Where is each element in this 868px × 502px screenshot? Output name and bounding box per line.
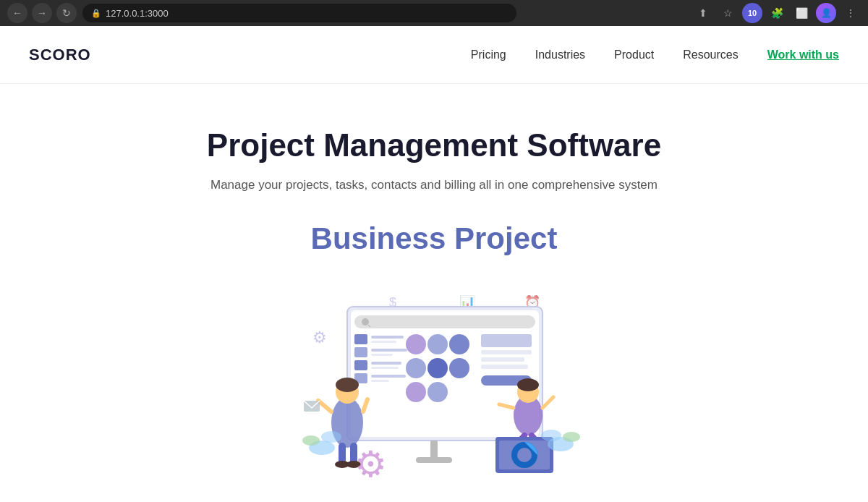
svg-point-7 — [362, 318, 369, 326]
svg-point-55 — [517, 448, 532, 462]
profile-badge[interactable]: 10 — [742, 3, 762, 23]
resources-link[interactable]: Resources — [683, 48, 738, 61]
illustration-heading: Business Project — [282, 221, 586, 256]
nav-item-work-with-us[interactable]: Work with us — [767, 48, 839, 61]
refresh-icon: ↻ — [62, 7, 71, 19]
svg-rect-6 — [354, 315, 535, 328]
url-text: 127.0.0.1:3000 — [106, 8, 169, 19]
svg-point-24 — [406, 358, 426, 378]
svg-rect-15 — [354, 360, 367, 370]
back-icon: ← — [12, 7, 22, 19]
svg-rect-13 — [371, 349, 407, 352]
extensions-button[interactable]: 🧩 — [767, 3, 787, 23]
svg-point-27 — [406, 382, 426, 402]
nav-item-resources[interactable]: Resources — [683, 48, 738, 61]
product-link[interactable]: Product — [614, 48, 654, 61]
main-content: Project Management Software Manage your … — [0, 84, 868, 490]
svg-rect-34 — [430, 441, 438, 459]
refresh-button[interactable]: ↻ — [56, 3, 77, 23]
website-content: SCORO Pricing Industries Product Resourc… — [0, 26, 868, 502]
share-button[interactable]: ⬆ — [693, 3, 713, 23]
svg-rect-9 — [354, 334, 367, 344]
svg-point-38 — [336, 378, 359, 392]
forward-button[interactable]: → — [32, 3, 52, 23]
site-logo[interactable]: SCORO — [29, 46, 91, 64]
browser-actions: ⬆ ☆ 10 🧩 ⬜ 👤 ⋮ — [693, 3, 861, 23]
nav-item-pricing[interactable]: Pricing — [471, 48, 506, 61]
pricing-link[interactable]: Pricing — [471, 48, 506, 61]
svg-point-61 — [563, 432, 580, 442]
svg-rect-29 — [481, 334, 532, 347]
svg-rect-11 — [371, 341, 396, 343]
svg-point-21 — [406, 334, 426, 354]
hero-subtitle: Manage your projects, tasks, contacts an… — [0, 178, 868, 192]
svg-rect-16 — [371, 362, 401, 365]
business-project-illustration: ⚙ $ 📊 ⏰ — [282, 263, 586, 488]
svg-rect-17 — [371, 367, 399, 369]
svg-rect-14 — [371, 354, 393, 356]
back-button[interactable]: ← — [7, 3, 27, 23]
bookmark-button[interactable]: ☆ — [718, 3, 738, 23]
illustration-container: Business Project ⚙ $ 📊 ⏰ — [0, 221, 868, 490]
svg-rect-31 — [481, 357, 524, 362]
svg-point-25 — [427, 358, 448, 378]
svg-rect-20 — [371, 380, 389, 382]
user-avatar[interactable]: 👤 — [816, 3, 836, 23]
industries-link[interactable]: Industries — [535, 48, 585, 61]
bookmark-icon: ☆ — [723, 7, 733, 19]
address-bar[interactable]: 🔒 127.0.0.1:3000 — [82, 4, 516, 22]
svg-line-39 — [318, 401, 331, 412]
svg-rect-30 — [481, 350, 532, 354]
split-view-button[interactable]: ⬜ — [791, 3, 812, 23]
hero-title: Project Management Software — [0, 127, 868, 163]
nav-links: Pricing Industries Product Resources Wor… — [471, 48, 839, 61]
nav-item-industries[interactable]: Industries — [535, 48, 585, 61]
svg-point-28 — [427, 382, 448, 402]
svg-point-59 — [321, 431, 341, 443]
svg-point-58 — [302, 435, 320, 446]
puzzle-icon: 🧩 — [771, 7, 783, 19]
svg-rect-19 — [371, 375, 406, 378]
svg-point-26 — [449, 358, 469, 378]
svg-point-47 — [517, 378, 539, 391]
badge-count: 10 — [748, 9, 757, 17]
forward-icon: → — [37, 7, 47, 19]
navbar: SCORO Pricing Industries Product Resourc… — [0, 26, 868, 84]
browser-controls: ← → ↻ — [7, 3, 77, 23]
svg-line-49 — [542, 397, 553, 408]
svg-rect-35 — [416, 457, 452, 463]
browser-chrome: ← → ↻ 🔒 127.0.0.1:3000 ⬆ ☆ 10 🧩 ⬜ 👤 ⋮ — [0, 0, 868, 26]
svg-rect-10 — [371, 336, 404, 339]
lock-icon: 🔒 — [91, 9, 101, 18]
nav-item-product[interactable]: Product — [614, 48, 654, 61]
svg-point-22 — [427, 334, 448, 354]
svg-point-23 — [449, 334, 469, 354]
svg-rect-12 — [354, 347, 367, 357]
svg-point-62 — [541, 430, 561, 441]
work-with-us-link[interactable]: Work with us — [767, 48, 839, 61]
menu-button[interactable]: ⋮ — [841, 3, 861, 23]
svg-rect-32 — [481, 365, 528, 369]
svg-text:⚙: ⚙ — [354, 444, 387, 485]
svg-text:⚙: ⚙ — [312, 328, 327, 346]
